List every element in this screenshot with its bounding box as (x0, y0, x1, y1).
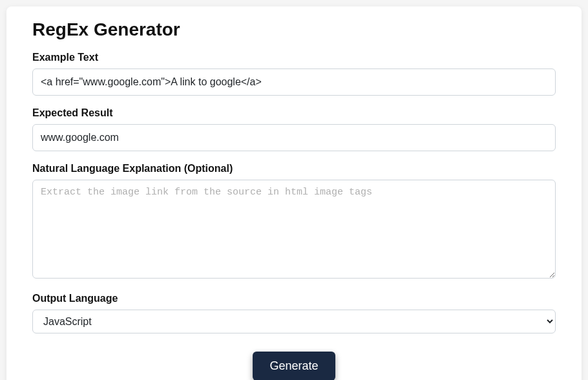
example-text-input[interactable] (32, 69, 556, 96)
page-title: RegEx Generator (32, 19, 556, 40)
example-text-group: Example Text (32, 52, 556, 96)
output-language-label: Output Language (32, 293, 556, 304)
output-language-select[interactable]: JavaScript (32, 310, 556, 333)
expected-result-label: Expected Result (32, 107, 556, 119)
generate-button[interactable]: Generate (253, 352, 335, 380)
button-row: Generate (32, 352, 556, 380)
regex-generator-card: RegEx Generator Example Text Expected Re… (6, 6, 582, 380)
example-text-label: Example Text (32, 52, 556, 63)
explanation-group: Natural Language Explanation (Optional) (32, 163, 556, 281)
expected-result-input[interactable] (32, 124, 556, 151)
explanation-label: Natural Language Explanation (Optional) (32, 163, 556, 174)
output-language-group: Output Language JavaScript (32, 293, 556, 333)
expected-result-group: Expected Result (32, 107, 556, 151)
explanation-textarea[interactable] (32, 180, 556, 279)
